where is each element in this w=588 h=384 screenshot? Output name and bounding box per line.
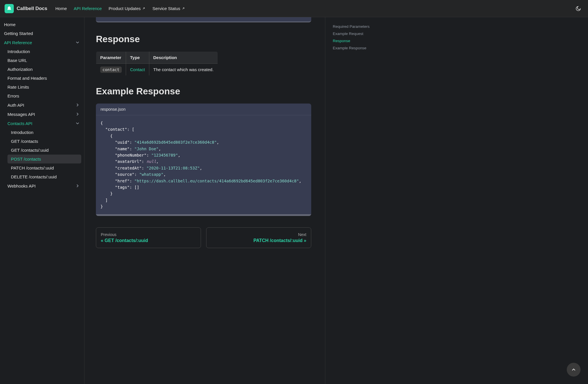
toc-example-request[interactable]: Example Request xyxy=(329,30,390,37)
sidebar-authorization[interactable]: Authorization xyxy=(0,65,84,74)
sidebar-webhooks-api-label: Webhooks API xyxy=(7,184,36,188)
th-parameter: Parameter xyxy=(96,52,126,64)
sidebar-get-contacts-uuid[interactable]: GET /contacts/:uuid xyxy=(0,146,84,155)
sidebar-delete-contacts[interactable]: DELETE /contacts/:uuid xyxy=(0,172,84,181)
code-phone: "123456789" xyxy=(151,153,178,157)
chevron-down-icon xyxy=(75,40,80,45)
chevron-right-icon xyxy=(75,183,80,188)
code-block: response.json { "contact": [ { "uuid": "… xyxy=(96,104,311,216)
td-description: The contact which was created. xyxy=(149,64,218,76)
sidebar-contacts-api-label: Contacts API xyxy=(7,121,32,126)
nav-product-updates-label: Product Updates xyxy=(109,6,141,11)
sidebar-patch-contacts[interactable]: PATCH /contacts/:uuid xyxy=(0,163,84,172)
sidebar-auth-api[interactable]: Auth API xyxy=(0,100,84,110)
sidebar-auth-api-label: Auth API xyxy=(7,103,24,108)
example-response-heading: Example Response xyxy=(96,86,311,97)
sidebar-format-headers[interactable]: Format and Headers xyxy=(0,74,84,83)
code-footer xyxy=(96,214,311,216)
next-label: Next xyxy=(211,232,306,237)
chevron-down-icon xyxy=(75,121,80,126)
sidebar-introduction[interactable]: Introduction xyxy=(0,47,84,56)
code-avatar: null xyxy=(146,159,156,164)
main-content: Response Parameter Type Description cont… xyxy=(84,17,323,384)
moon-icon xyxy=(575,6,581,11)
toc-example-response[interactable]: Example Response xyxy=(329,44,390,52)
external-link-icon xyxy=(142,7,146,10)
td-parameter: contact xyxy=(96,64,126,76)
toc-response[interactable]: Response xyxy=(329,37,390,44)
navbar: Callbell Docs Home API Reference Product… xyxy=(0,0,588,17)
theme-toggle[interactable] xyxy=(573,3,583,14)
chevron-right-icon xyxy=(75,102,80,108)
sidebar-webhooks-api[interactable]: Webhooks API xyxy=(0,181,84,190)
nav-service-status[interactable]: Service Status xyxy=(152,6,185,11)
td-type: Contact xyxy=(126,64,149,76)
param-chip: contact xyxy=(100,67,122,73)
next-title: PATCH /contacts/:uuid » xyxy=(211,238,306,243)
code-created-at: "2020-11-13T21:08:53Z" xyxy=(146,166,200,170)
sidebar-contacts-introduction[interactable]: Introduction xyxy=(0,128,84,137)
sidebar-rate-limits[interactable]: Rate Limits xyxy=(0,83,84,91)
sidebar-get-contacts[interactable]: GET /contacts xyxy=(0,137,84,146)
chevron-right-icon xyxy=(75,112,80,117)
sidebar-contacts-api[interactable]: Contacts API xyxy=(0,119,84,128)
sidebar-errors[interactable]: Errors xyxy=(0,91,84,100)
sidebar-post-contacts[interactable]: POST /contacts xyxy=(7,155,81,163)
code-name: "John Doe" xyxy=(134,147,158,151)
sidebar-base-url[interactable]: Base URL xyxy=(0,56,84,65)
code-source: "whatsapp" xyxy=(139,172,163,177)
nav-service-status-label: Service Status xyxy=(152,6,180,11)
prev-label: Previous xyxy=(101,232,196,237)
scroll-to-top-button[interactable] xyxy=(567,363,581,377)
code-filename: response.json xyxy=(96,104,311,115)
brand-logo[interactable] xyxy=(5,4,14,13)
table-of-contents: Required Parameters Example Request Resp… xyxy=(325,17,394,384)
chevron-up-icon xyxy=(571,367,577,373)
nav-product-updates[interactable]: Product Updates xyxy=(109,6,146,11)
sidebar: Home Getting Started API Reference Intro… xyxy=(0,17,84,384)
response-table: Parameter Type Description contact Conta… xyxy=(96,51,218,76)
external-link-icon xyxy=(181,7,185,10)
sidebar-api-reference[interactable]: API Reference xyxy=(0,38,84,47)
code-block-bottom-edge xyxy=(96,17,311,22)
prev-page-card[interactable]: Previous « GET /contacts/:uuid xyxy=(96,227,201,248)
code-uuid: "414a6d692bd645ed803f2e7ce360d4c8" xyxy=(134,140,217,145)
toc-required-parameters[interactable]: Required Parameters xyxy=(329,23,390,30)
prev-title: « GET /contacts/:uuid xyxy=(101,238,196,243)
sidebar-messages-api-label: Messages API xyxy=(7,112,35,117)
table-row: contact Contact The contact which was cr… xyxy=(96,64,218,76)
code-href: "https://dash.callbell.eu/contacts/414a6… xyxy=(134,179,299,183)
type-link[interactable]: Contact xyxy=(130,67,145,72)
th-description: Description xyxy=(149,52,218,64)
nav-api-reference[interactable]: API Reference xyxy=(74,6,102,11)
brand-title[interactable]: Callbell Docs xyxy=(17,6,47,11)
nav-links: Home API Reference Product Updates Servi… xyxy=(55,6,573,11)
sidebar-home[interactable]: Home xyxy=(0,20,84,29)
response-heading: Response xyxy=(96,34,311,44)
sidebar-api-reference-label: API Reference xyxy=(4,40,32,45)
next-page-card[interactable]: Next PATCH /contacts/:uuid » xyxy=(206,227,311,248)
sidebar-messages-api[interactable]: Messages API xyxy=(0,110,84,119)
nav-home[interactable]: Home xyxy=(55,6,67,11)
th-type: Type xyxy=(126,52,149,64)
bell-icon xyxy=(6,6,12,11)
sidebar-getting-started[interactable]: Getting Started xyxy=(0,29,84,38)
code-body: { "contact": [ { "uuid": "414a6d692bd645… xyxy=(96,115,311,214)
pagination-nav: Previous « GET /contacts/:uuid Next PATC… xyxy=(96,227,311,248)
